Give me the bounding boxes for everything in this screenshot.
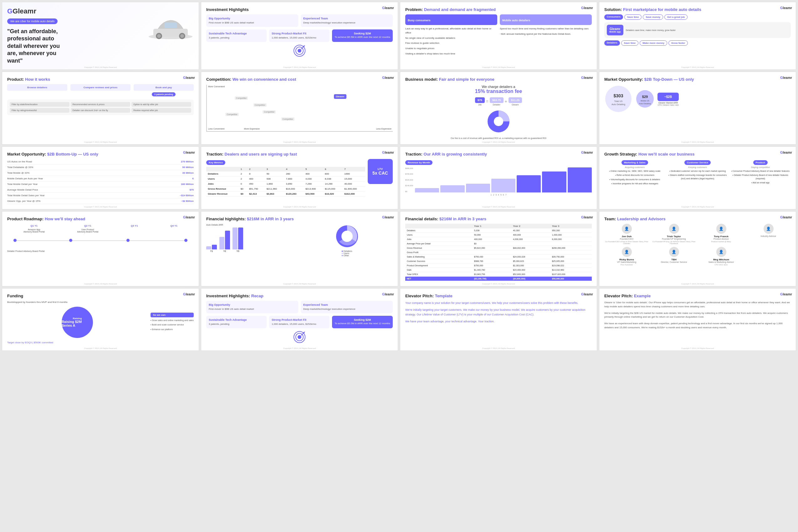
- quadrant-chart: More Convenient Less Convenient More Exp…: [206, 85, 393, 132]
- financial-row: Average Price per Detail$0: [405, 241, 592, 246]
- slide-roadmap: Gleamr Product Roadmap: How we'll stay a…: [2, 211, 199, 286]
- q1: Q1 Y1 Amazon App Advisory Board Portal: [23, 224, 45, 233]
- slide-title: Problem: Demand and demand are fragmente…: [405, 7, 592, 12]
- team-role: Founder/VP Engineering: [651, 238, 696, 240]
- elevator-example-text: Gleamr is 'Uber for mobile auto details'…: [604, 301, 791, 330]
- gleamr-logo: Gleamr: [183, 151, 195, 154]
- gleamr-logo: Gleamr: [183, 292, 195, 296]
- slide-title: Elevator Pitch: Example: [604, 293, 791, 298]
- team-detail: Co-Founder/VP Eng. @ AltTime Gleamr Stor…: [651, 241, 696, 244]
- avatar: 👤: [716, 247, 726, 257]
- slide-title: Traction: Dealers and users are signing …: [206, 152, 393, 156]
- funding-content: Raising Raising $2M Series A So we can: …: [7, 307, 194, 338]
- svg-point-23: [341, 231, 353, 242]
- card-big-opp: Big Opportunity First-mover in $9B US au…: [206, 301, 298, 313]
- pie-chart-area: [405, 109, 592, 134]
- badge-grow: Grow faster: [668, 40, 688, 46]
- slide-footer: Copyright © 2016 | All Rights Reserved: [599, 66, 796, 68]
- step-3: Book and pay 3 patents pending: [134, 84, 194, 96]
- elevator-text2: We're initially targeting your target cu…: [405, 308, 592, 317]
- slide-investment-recap: Gleamr Investment Highlights: Recap Big …: [201, 288, 398, 351]
- slide-footer: Copyright © 2016 | All Rights Reserved: [2, 206, 199, 208]
- growth-prod-items: • Consumer Product Advisory Board of new…: [730, 170, 791, 185]
- bars: [415, 167, 592, 192]
- detailer-badges: Detailers Save time Make more money Grow…: [604, 40, 791, 46]
- card-sust: Sustainable Tech Advantage 3 patents, pe…: [206, 316, 267, 328]
- financial-row: G&A$1,440,780$15,400,000$14,310,960: [405, 268, 592, 272]
- steps-row: Browse detailers Compare reviews and pri…: [7, 84, 194, 96]
- slide-title: Financial highlights: $216M in ARR in 3 …: [206, 216, 393, 221]
- slide-team: Gleamr Team: Leadership and Advisors 👤 J…: [599, 211, 796, 286]
- gleamr-arr-badge: ~$2B Gleamr Market ARR 15% Gleamr take r…: [658, 93, 679, 106]
- badge-save-time: Save time: [624, 14, 642, 20]
- fee-note: Our fee is a cost of revenue with guaran…: [405, 137, 592, 139]
- gleamr-logo: Gleamr: [382, 215, 394, 219]
- slide-title: Product: How it works: [7, 77, 194, 82]
- slide-footer: Copyright © 2016 | All Rights Reserved: [2, 283, 199, 285]
- team-role: Product Advisor: [699, 238, 744, 240]
- dealer-box: Mobile auto detailers: [500, 14, 592, 25]
- card-title: Experienced Team: [303, 17, 390, 20]
- bottom-items: Detailer Product Advisory Board Portal: [7, 250, 194, 252]
- avatar: 👤: [669, 247, 679, 257]
- svg-point-26: [298, 335, 301, 339]
- card-row-2: Sustainable Tech Advantage 3 patents, pe…: [206, 316, 393, 328]
- card-row-1: Big Opportunity First-mover in $9B US au…: [206, 14, 393, 27]
- cover-badge: We are Uber for mobile auto details: [7, 18, 58, 24]
- total-us-circle: $303 Total US Auto Detailing: [604, 85, 632, 114]
- team-name: Trish Taylor: [651, 235, 696, 238]
- traction-table: 1 2 3 4 5 6 7 Detailers28502804008001690…: [206, 167, 365, 196]
- elevator-text1: Your company name is your solution for y…: [405, 301, 592, 305]
- slide-title: Funding: [7, 293, 194, 298]
- team-role: Founder/CEO: [604, 238, 649, 240]
- growth-item: • Consumer Product Advisory Board of new…: [730, 170, 791, 173]
- marketing-col: Marketing & Sales Acquiring customers • …: [604, 159, 665, 187]
- donut-chart: ■ Detailers ■ Users ■ Other: [301, 224, 393, 256]
- team-name: TBH: [651, 258, 696, 261]
- team-member: 👤 Trish Taylor Founder/VP Engineering Co…: [651, 224, 696, 244]
- team-member: 👤 Jon Doh Founder/CEO Co-Founder/CEO of …: [604, 224, 649, 244]
- traction-row: Users24009367,8004,0308,03815,000: [206, 176, 365, 181]
- elevator-paragraph: Gleamr is 'Uber for mobile auto details'…: [604, 301, 791, 309]
- card-title: Big Opportunity: [209, 17, 296, 20]
- growth-columns: Marketing & Sales Acquiring customers • …: [604, 159, 791, 187]
- card-pmf: Strong Product-Market Fit 1,000 detailer…: [269, 30, 329, 42]
- slide-footer: Copyright © 2016 | All Rights Reserved: [400, 283, 597, 285]
- slide-grid: GGleamr We are Uber for mobile auto deta…: [0, 0, 798, 353]
- team-grid: 👤 Jon Doh Founder/CEO Co-Founder/CEO of …: [604, 224, 791, 266]
- market-row: Average Mobile Detail Price$75: [7, 187, 194, 193]
- screen-rows: Filter by state/time/location Recommende…: [10, 102, 191, 107]
- mobile-us-circle: $29 Mobile US Auto Detailing: [635, 90, 654, 110]
- growth-cs-items: • Dedicated customer service rep for eac…: [667, 170, 728, 180]
- financial-row: Product Development$750,000$2,303,000$19…: [405, 263, 592, 268]
- avatar: 👤: [669, 224, 679, 234]
- gleamr-logo: Gleamr: [581, 215, 593, 219]
- financial-bars: Y1 Y2 Y3: [206, 227, 298, 252]
- slide-investment-highlights: Gleamr Investment Highlights Big Opportu…: [201, 2, 398, 70]
- slide-footer: Copyright © 2016 | All Rights Reserved: [400, 141, 597, 143]
- x-labels: 1234567: [405, 194, 592, 196]
- patent-badge: 3 patents pending: [152, 92, 175, 96]
- bar-charts: Auto Details ARR Y1 Y2: [206, 224, 298, 256]
- financial-row: NET($3,168,756)($4,800,000)$58,060,000: [405, 276, 592, 281]
- market-row: Total Mobile Detail per Year180 Million: [7, 182, 194, 187]
- screen-rows-2: Filter by rating/reviews/list Detailer c…: [10, 108, 191, 113]
- slide-footer: Copyright © 2016 | All Rights Reserved: [201, 141, 398, 143]
- step-2: Compare reviews and prices: [71, 84, 131, 96]
- slide-market-top-down: Gleamr Market Opportunity: $2B Top-Down …: [599, 72, 796, 145]
- financial-row: Customer Success$988,783$5,000,623$25,00…: [405, 259, 592, 263]
- badge-great-job: Get a great job: [664, 14, 687, 20]
- card-big-opportunity: Big Opportunity First-mover in $9B US au…: [206, 14, 298, 27]
- elevator-text3: We have your team advantage, your techni…: [405, 319, 592, 324]
- slide-business-model: Gleamr Business model: Fair and simple f…: [400, 72, 597, 145]
- fee-display: We charge detailers a 15% transaction fe…: [405, 85, 592, 94]
- market-row: Total Detailable @ 33%90 Million: [7, 165, 194, 170]
- slide-title: Business model: Fair and simple for ever…: [405, 77, 592, 82]
- gleamr-logo: Gleamr: [780, 151, 792, 154]
- badge-consumers: Consumers: [604, 14, 623, 20]
- svg-text:Auto Detailing: Auto Detailing: [611, 103, 625, 106]
- svg-point-3: [157, 34, 161, 38]
- growth-item: • Online marketing inc. SEM, SEO, SEM sa…: [604, 170, 665, 173]
- growth-item: • Add an email app: [730, 181, 791, 185]
- consumer-badges: Consumers Save time Save money Get a gre…: [604, 14, 791, 20]
